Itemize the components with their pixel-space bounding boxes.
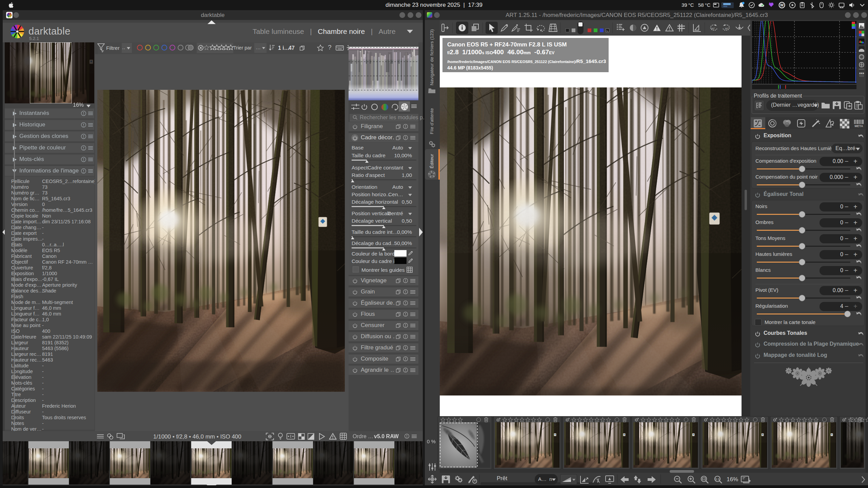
svg-text:W: W [780,3,784,7]
svg-text:META: META [855,124,863,128]
svg-text:90°: 90° [711,27,715,30]
svg-text:90°: 90° [725,27,729,30]
svg-text:1:1: 1:1 [715,477,719,481]
